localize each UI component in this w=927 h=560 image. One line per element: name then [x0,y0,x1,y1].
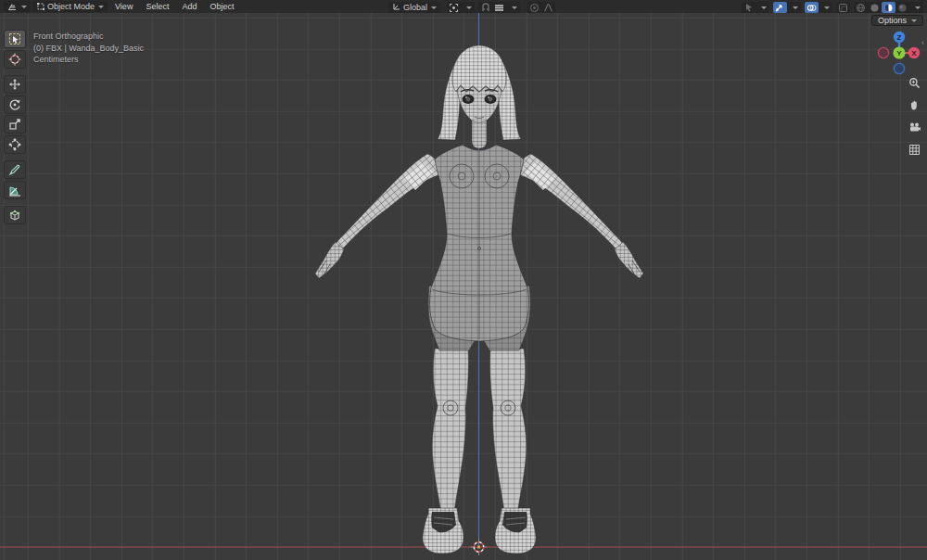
editor-type-button[interactable] [4,1,31,12]
annotate-pen-icon [8,163,21,176]
gizmo-y-label: Y [896,49,902,57]
tool-transform-button[interactable] [4,135,26,154]
tool-rotate-button[interactable] [4,95,26,114]
add-cube-icon [8,209,21,222]
gizmo-z-label: Z [897,33,902,42]
object-visibility-button[interactable] [742,2,756,13]
show-overlays-dropdown[interactable] [819,2,832,13]
chevron-down-icon [793,6,798,9]
show-gizmos-dropdown[interactable] [787,2,801,13]
toggle-xray-button[interactable] [836,2,850,13]
gizmo-x-label: X [911,49,917,57]
chevron-down-icon [512,6,517,9]
proportional-editing-button[interactable] [527,2,541,13]
pivot-point-dropdown[interactable] [461,2,475,13]
show-overlays-button[interactable] [805,2,819,13]
wireframe-sphere-icon [856,3,866,13]
chevron-down-icon [21,6,27,8]
snap-target-button[interactable] [492,2,506,13]
pivot-point-button[interactable] [447,2,461,13]
object-visibility-dropdown[interactable] [756,2,769,13]
units-text: Centimeters [33,54,144,66]
view-controls [908,76,921,156]
orientation-label: Global [403,3,427,12]
camera-view-button[interactable] [908,121,921,134]
shading-rendered-button[interactable] [895,2,909,13]
options-label: Options [878,16,907,25]
overlays-icon [806,3,817,13]
tool-select-box-button[interactable] [4,30,26,48]
chevron-down-icon [466,6,472,9]
3d-cursor [471,539,488,555]
material-sphere-icon [883,3,894,13]
sidebar-toggle-arrow[interactable]: ‹ [921,38,924,47]
xray-icon [838,3,848,13]
proportional-falloff-dropdown[interactable] [541,2,555,13]
blender-window: Object Mode View Select Add Object Globa… [0,0,927,560]
menu-view[interactable]: View [108,2,139,11]
tool-measure-button[interactable] [4,181,26,199]
falloff-curve-icon [543,3,553,12]
chevron-down-icon [824,6,830,9]
active-object-text: (0) FBX | Wanda_Body_Basic [33,43,144,55]
tool-shelf [4,30,26,226]
shading-wireframe-button[interactable] [854,2,868,13]
orientation-axes-icon [392,3,401,12]
tool-scale-button[interactable] [4,115,26,134]
magnet-icon [481,3,490,12]
gizmo-axis-neg-x[interactable] [878,47,888,57]
transform-icon [8,138,21,151]
snap-toggle-button[interactable] [478,2,492,13]
transform-orientation-dropdown[interactable]: Global [388,2,440,13]
chevron-down-icon [98,6,104,8]
menu-object[interactable]: Object [203,2,240,11]
gizmo-axis-x[interactable]: X [908,47,920,58]
navigation-gizmo[interactable]: Z X Y [869,22,927,83]
tool-annotate-button[interactable] [4,160,26,179]
object-mode-icon [36,2,45,11]
hand-icon [908,99,921,111]
move-icon [8,78,21,91]
zoom-view-button[interactable] [908,76,921,89]
tool-move-button[interactable] [4,75,26,94]
gizmo-axis-neg-z[interactable] [894,63,904,73]
zoom-icon [908,77,921,89]
mode-label: Object Mode [47,2,95,11]
menu-select[interactable]: Select [139,2,175,11]
viewport-header: Object Mode View Select Add Object Globa… [0,0,927,13]
chevron-down-icon [915,6,921,9]
scene-canvas [0,0,927,560]
options-dropdown[interactable]: Options [871,15,923,26]
snap-target-dropdown[interactable] [506,2,520,13]
proportional-editing-icon [529,3,540,13]
gizmos-icon [775,3,785,13]
perspective-toggle-button[interactable] [908,143,921,156]
gizmo-axis-y[interactable]: Y [893,46,905,58]
cursor-3d-icon [8,53,21,66]
pivot-point-icon [449,3,459,13]
grid-icon [908,144,921,156]
rendered-sphere-icon [897,3,908,13]
show-gizmos-button[interactable] [773,2,787,13]
rotate-icon [8,98,21,111]
chevron-down-icon [431,6,437,9]
shading-dropdown[interactable] [909,2,923,13]
chevron-down-icon [761,6,767,9]
solid-sphere-icon [870,3,880,13]
shading-material-preview-button[interactable] [882,2,895,13]
tool-cursor-button[interactable] [4,50,26,69]
pan-view-button[interactable] [908,98,921,111]
chevron-down-icon [911,19,917,22]
select-box-icon [8,32,21,45]
tool-add-cube-button[interactable] [4,206,26,224]
gizmo-axis-z[interactable]: Z [894,32,905,43]
camera-icon [908,121,921,134]
menu-add[interactable]: Add [175,2,203,11]
view-name-text: Front Orthographic [33,31,144,43]
visibility-cursor-icon [744,3,754,12]
viewport-info-overlay: Front Orthographic (0) FBX | Wanda_Body_… [33,31,144,66]
snap-increment-icon [494,4,504,12]
shading-solid-button[interactable] [868,2,882,13]
mode-dropdown[interactable]: Object Mode [32,1,108,12]
3d-viewport-editor-icon [7,2,18,11]
